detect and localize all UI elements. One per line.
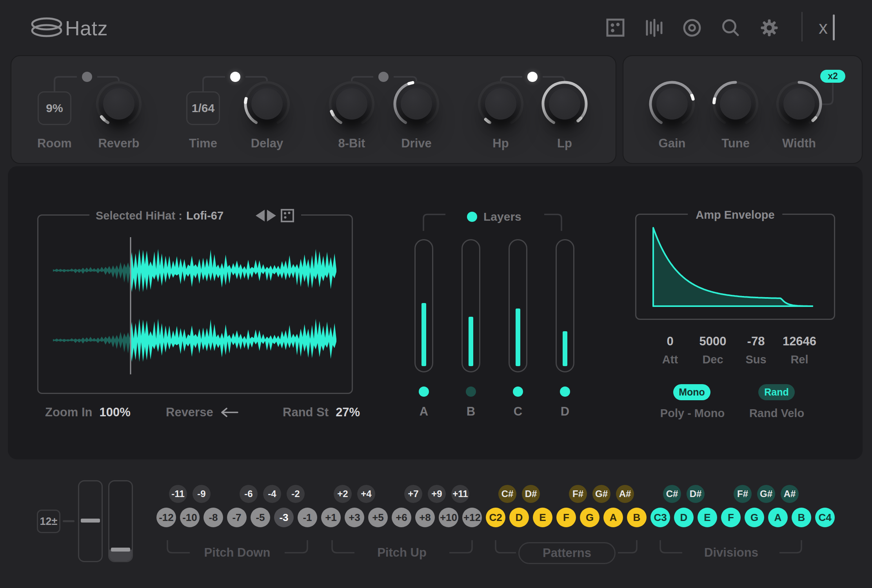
pitch-button-+10[interactable]: +10 — [439, 508, 458, 527]
env-dec-value[interactable]: 5000 — [699, 334, 727, 348]
delay-led[interactable] — [230, 72, 240, 82]
key-E[interactable]: E — [533, 508, 552, 527]
key-high-Fsharp[interactable]: F# — [734, 485, 752, 503]
layer-d-level — [563, 331, 567, 366]
key-low-Dsharp[interactable]: D# — [522, 485, 540, 503]
pitch-button-+11[interactable]: +11 — [451, 485, 469, 503]
pitch-button--9[interactable]: -9 — [193, 485, 211, 503]
random-sample-dice-icon[interactable] — [281, 209, 294, 222]
pitch-button-+7[interactable]: +7 — [404, 485, 422, 503]
toolbar-settings-icon[interactable] — [758, 16, 781, 40]
pitch-range-box[interactable]: 12± — [37, 510, 60, 533]
key-B[interactable]: B — [792, 508, 811, 527]
toolbar-waveform-icon[interactable] — [643, 16, 666, 40]
pitch-button--10[interactable]: -10 — [180, 508, 200, 527]
key-C3[interactable]: C3 — [650, 508, 670, 527]
env-sus-value[interactable]: -78 — [747, 334, 765, 348]
pitch-button--3[interactable]: -3 — [274, 508, 294, 527]
key-E[interactable]: E — [698, 508, 717, 527]
zoom-control[interactable]: Zoom In 100% — [45, 405, 131, 420]
layers-title: Layers — [483, 210, 521, 223]
ui-scale-control[interactable]: x — [819, 13, 846, 42]
key-low-Asharp[interactable]: A# — [616, 485, 634, 503]
pitch-wheel[interactable] — [78, 480, 103, 562]
key-A[interactable]: A — [603, 508, 623, 527]
pitch-button-+1[interactable]: +1 — [321, 508, 341, 527]
waveform-display[interactable]: Selected HiHat : Lofi-67 — [37, 214, 353, 394]
pitch-button--12[interactable]: -12 — [156, 508, 176, 527]
playhead[interactable] — [130, 237, 131, 374]
key-C4[interactable]: C4 — [815, 508, 835, 527]
tune-knob[interactable] — [711, 80, 760, 128]
gain-knob[interactable] — [648, 80, 696, 128]
key-G[interactable]: G — [745, 508, 764, 527]
key-D[interactable]: D — [509, 508, 529, 527]
pitch-button-+3[interactable]: +3 — [345, 508, 364, 527]
pitch-button-+8[interactable]: +8 — [415, 508, 435, 527]
layer-a-active-led[interactable] — [419, 387, 429, 397]
toolbar-search-icon[interactable] — [719, 16, 742, 40]
key-G[interactable]: G — [580, 508, 600, 527]
lp-knob[interactable] — [540, 80, 589, 128]
pitch-button-+5[interactable]: +5 — [368, 508, 388, 527]
mod-wheel[interactable] — [108, 480, 133, 562]
drive-knob[interactable] — [392, 80, 441, 128]
key-F[interactable]: F — [556, 508, 576, 527]
pitch-button-+9[interactable]: +9 — [428, 485, 446, 503]
key-high-Csharp[interactable]: C# — [663, 485, 681, 503]
key-low-Gsharp[interactable]: G# — [592, 485, 610, 503]
mod-wheel-handle[interactable] — [111, 548, 130, 552]
key-high-Dsharp[interactable]: D# — [687, 485, 705, 503]
filter-led[interactable] — [527, 72, 538, 82]
delay-value-box[interactable]: 1/64 — [186, 91, 220, 125]
bitdrive-led[interactable] — [378, 72, 389, 82]
key-B[interactable]: B — [627, 508, 647, 527]
pitch-button--1[interactable]: -1 — [298, 508, 317, 527]
reverb-value-box[interactable]: 9% — [38, 91, 71, 125]
key-A[interactable]: A — [768, 508, 788, 527]
width-x2-badge[interactable]: x2 — [820, 70, 845, 83]
key-high-Asharp[interactable]: A# — [781, 485, 799, 503]
pitch-button--8[interactable]: -8 — [203, 508, 223, 527]
width-knob[interactable] — [775, 80, 823, 128]
key-high-Gsharp[interactable]: G# — [757, 485, 775, 503]
layer-d-active-led[interactable] — [560, 387, 570, 397]
rand-start-label: Rand St — [283, 405, 329, 419]
delay-knob[interactable] — [243, 80, 291, 128]
reverb-knob[interactable] — [94, 80, 143, 128]
layer-b-active-led[interactable] — [466, 387, 476, 397]
env-att-value[interactable]: 0 — [667, 334, 673, 348]
amp-envelope-graph[interactable] — [636, 215, 834, 319]
reverb-led[interactable] — [82, 72, 92, 82]
pitch-wheel-handle[interactable] — [81, 519, 100, 523]
pitch-button-+12[interactable]: +12 — [462, 508, 482, 527]
key-F[interactable]: F — [721, 508, 741, 527]
8-bit-knob[interactable] — [327, 80, 376, 128]
toolbar-dice-icon[interactable] — [603, 16, 627, 40]
pitch-button-+2[interactable]: +2 — [334, 485, 352, 503]
pitch-button-+6[interactable]: +6 — [392, 508, 411, 527]
pitch-button--5[interactable]: -5 — [251, 508, 270, 527]
pitch-button-+4[interactable]: +4 — [357, 485, 375, 503]
key-low-Fsharp[interactable]: F# — [569, 485, 587, 503]
pitch-button--2[interactable]: -2 — [287, 485, 305, 503]
delay-value-label: Time — [189, 136, 217, 151]
layer-c-active-led[interactable] — [513, 387, 523, 397]
env-rel-value[interactable]: 12646 — [783, 334, 816, 348]
prev-sample-button[interactable] — [256, 210, 265, 221]
rand-start-control[interactable]: Rand St 27% — [283, 405, 360, 420]
pitch-button--4[interactable]: -4 — [263, 485, 281, 503]
key-low-Csharp[interactable]: C# — [498, 485, 516, 503]
pitch-button--11[interactable]: -11 — [169, 485, 187, 503]
pitch-button--6[interactable]: -6 — [240, 485, 258, 503]
next-sample-button[interactable] — [267, 210, 276, 221]
reverse-control[interactable]: Reverse — [166, 405, 238, 420]
toolbar-record-icon[interactable] — [680, 16, 704, 40]
rand-velo-toggle[interactable]: Rand — [758, 384, 795, 400]
layer-c-label: C — [514, 405, 522, 419]
poly-mono-toggle[interactable]: Mono — [673, 384, 710, 400]
key-C2[interactable]: C2 — [486, 508, 505, 527]
key-D[interactable]: D — [674, 508, 694, 527]
pitch-button--7[interactable]: -7 — [227, 508, 247, 527]
hp-knob[interactable] — [476, 80, 525, 128]
